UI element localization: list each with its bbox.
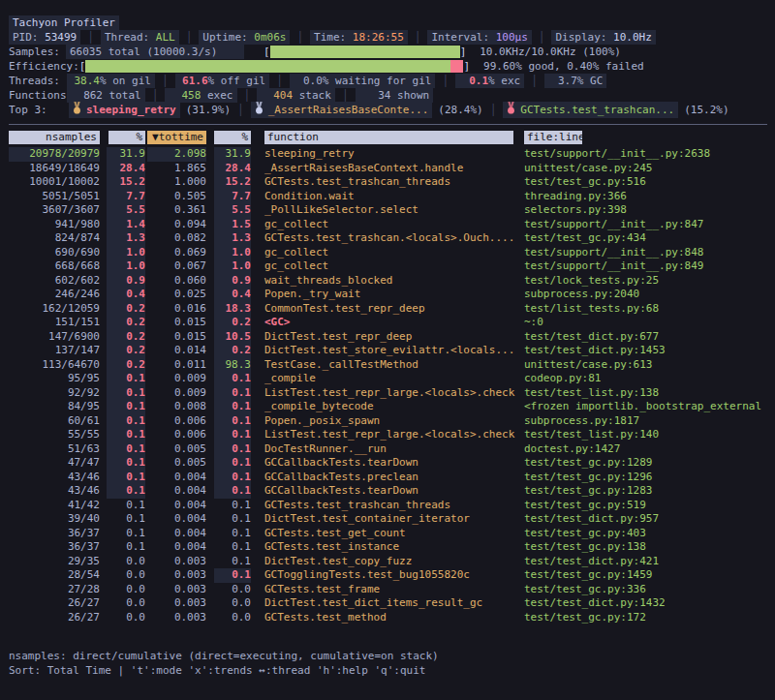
direct-pct-cell: 0.1	[100, 540, 145, 555]
file-line-cell: test/lock_tests.py:25	[524, 274, 775, 289]
function-cell: GCTests.test_trashcan.<locals>.Ouch....	[251, 231, 524, 246]
nsamples-cell: 26/27	[9, 596, 100, 611]
tottime-cell: 0.004	[145, 540, 206, 555]
file-line-cell: test/support/__init__.py:2638	[524, 147, 775, 162]
file-line-cell: threading.py:366	[524, 190, 775, 204]
tottime-cell: 0.004	[145, 527, 206, 541]
file-line-cell: ~:0	[524, 316, 775, 330]
direct-pct-cell: 0.1	[100, 471, 145, 485]
nsamples-cell: 43/46	[9, 484, 100, 499]
nsamples-cell: 147/6900	[9, 330, 100, 345]
direct-pct-cell: 0.1	[100, 372, 145, 386]
top3-item: sleeping_retry	[69, 102, 180, 118]
file-line-cell: test/test_gc.py:336	[524, 583, 775, 597]
function-cell: ListTest.test_repr_large.<locals>.check	[251, 386, 524, 401]
separator: │	[87, 30, 94, 45]
function-cell: GCTests.test_trashcan_threads	[251, 499, 524, 513]
direct-pct-cell: 0.1	[100, 484, 145, 499]
tottime-cell: 0.016	[145, 302, 206, 317]
threads-stat: 61.6% off gil	[175, 74, 270, 88]
direct-pct-cell: 0.1	[100, 456, 145, 471]
cumulative-pct-cell: 0.1	[206, 428, 251, 442]
function-cell: ListTest.test_repr_large.<locals>.check	[251, 428, 524, 442]
samples-line: Samples: 66035 total (10000.3/s) [ ] 10.…	[9, 45, 775, 59]
function-cell: DocTestRunner.__run	[251, 442, 524, 457]
column-header-function: function	[251, 131, 524, 145]
cumulative-pct-cell: 0.1	[206, 442, 251, 457]
footer: nsamples: direct/cumulative (direct=exec…	[9, 649, 775, 678]
direct-pct-cell: 1.4	[100, 218, 145, 232]
function-cell: _AssertRaisesBaseContext.handle	[251, 162, 524, 176]
nsamples-cell: 3607/3607	[9, 203, 100, 218]
direct-pct-cell: 0.1	[100, 428, 145, 442]
cumulative-pct-cell: 0.9	[206, 274, 251, 289]
separator: │	[415, 30, 421, 45]
cumulative-pct-cell: 5.5	[206, 203, 251, 218]
file-line-cell: subprocess.py:1817	[524, 414, 775, 429]
function-cell: sleeping_retry	[251, 147, 524, 162]
function-cell: gc_collect	[251, 259, 524, 274]
nsamples-cell: 20978/20979	[9, 147, 100, 162]
file-line-cell: test/list_tests.py:68	[524, 302, 775, 317]
tottime-cell: 0.004	[145, 499, 206, 513]
tottime-cell: 0.505	[145, 190, 206, 204]
separator: │	[531, 74, 538, 88]
separator: │	[539, 30, 545, 45]
cumulative-pct-cell: 0.2	[206, 344, 251, 358]
function-cell: wait_threads_blocked	[251, 274, 524, 289]
nsamples-cell: 10001/10002	[9, 175, 100, 190]
cumulative-pct-cell: 0.1	[206, 471, 251, 485]
nsamples-cell: 690/690	[9, 246, 100, 260]
functions-stat: 34 shown	[356, 88, 434, 103]
nsamples-cell: 36/37	[9, 540, 100, 555]
tottime-cell: 0.060	[145, 274, 206, 289]
function-cell: GCTogglingTests.test_bug1055820c	[251, 568, 524, 583]
function-cell: Condition.wait	[251, 190, 524, 204]
file-line-cell: test/test_gc.py:1289	[524, 456, 775, 471]
direct-pct-cell: 0.1	[100, 386, 145, 401]
file-line-cell: test/test_gc.py:519	[524, 499, 775, 513]
nsamples-cell: 55/55	[9, 428, 100, 442]
cumulative-pct-cell: 0.1	[206, 414, 251, 429]
top3-label: Top 3:	[9, 103, 69, 117]
display-field: Display: 10.0Hz	[551, 30, 655, 45]
separator: │	[296, 30, 303, 45]
tottime-cell: 0.003	[145, 596, 206, 611]
top3-item: GCTests.test_trashcan...	[503, 102, 678, 118]
cumulative-pct-cell: 0.1	[206, 540, 251, 555]
file-line-cell: test/support/__init__.py:849	[524, 259, 775, 274]
efficiency-label: Efficiency:	[9, 59, 79, 74]
function-cell: gc_collect	[251, 218, 524, 232]
tottime-cell: 0.004	[145, 512, 206, 527]
cumulative-pct-cell: 0.1	[206, 386, 251, 401]
file-line-cell: unittest/case.py:245	[524, 162, 775, 176]
nsamples-cell: 60/61	[9, 414, 100, 429]
function-cell: <GC>	[251, 316, 524, 330]
functions-stat: 458 exec	[165, 88, 236, 103]
terminal-window[interactable]: Tachyon Profiler PID: 53499 │ Thread: AL…	[0, 0, 775, 678]
separator: │	[276, 74, 283, 88]
function-cell: DictTest.test_copy_fuzz	[251, 555, 524, 569]
file-line-cell: test/test_dict.py:677	[524, 330, 775, 345]
file-line-cell: test/test_gc.py:434	[524, 231, 775, 246]
separator: │	[237, 103, 244, 117]
tottime-cell: 0.067	[145, 259, 206, 274]
nsamples-cell: 36/37	[9, 527, 100, 541]
top3-line: Top 3: sleeping_retry(31.9%)│_AssertRais…	[9, 103, 775, 117]
file-line-cell: test/test_gc.py:1459	[524, 568, 775, 583]
direct-pct-cell: 0.1	[100, 400, 145, 414]
tottime-cell: 0.015	[145, 330, 206, 345]
cumulative-pct-cell: 1.0	[206, 259, 251, 274]
tottime-cell: 0.006	[145, 428, 206, 442]
file-line-cell: codeop.py:81	[524, 372, 775, 386]
footer-keybindings: Sort: Total Time | 't':mode 'x':trends ↔…	[9, 663, 775, 678]
file-line-cell: test/test_gc.py:138	[524, 540, 775, 555]
function-cell: DictTest.test_store_evilattr.<locals...	[251, 344, 524, 358]
function-cell: Popen._posix_spawn	[251, 414, 524, 429]
column-header-nsamples: nsamples	[9, 131, 100, 145]
function-cell: GCTests.test_method	[251, 611, 524, 625]
file-line-cell: test/test_gc.py:1296	[524, 471, 775, 485]
file-line-cell: selectors.py:398	[524, 203, 775, 218]
top3-percent: (28.4%)	[438, 103, 482, 117]
direct-pct-cell: 0.1	[100, 527, 145, 541]
